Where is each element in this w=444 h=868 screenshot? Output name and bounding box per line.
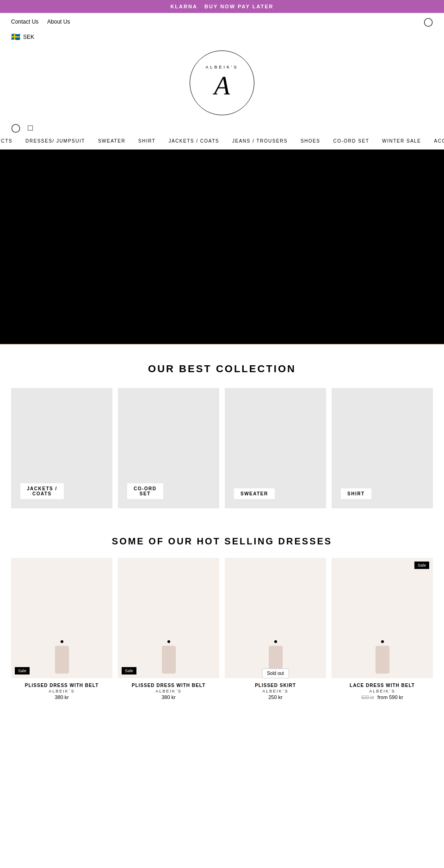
- klarna-label: KLARNA: [170, 4, 197, 9]
- product-image-3: Sold out: [225, 558, 326, 678]
- nav-dresses[interactable]: DRESSES/ JUMPSUIT: [25, 138, 85, 144]
- collection-card-jackets[interactable]: JACKETS /COATS: [11, 388, 112, 508]
- product-name-1: PLISSED DRESS WITH BELT: [11, 683, 112, 688]
- about-us-link[interactable]: About Us: [47, 19, 70, 25]
- product-image-1: Sale: [11, 558, 112, 678]
- product-name-2: PLISSED DRESS WITH BELT: [118, 683, 219, 688]
- product-name-3: PLISSED SKIRT: [225, 683, 326, 688]
- collection-grid: JACKETS /COATS CO-ORDSET SWEATER SHIRT: [0, 388, 444, 527]
- product-info-4: LACE DRESS WITH BELT ALBEIK´S 620 kr fro…: [332, 678, 433, 702]
- product-brand-4: ALBEIK´S: [332, 689, 433, 693]
- product-card-3[interactable]: Sold out PLISSED SKIRT ALBEIK´S 250 kr: [225, 558, 326, 702]
- sale-badge-4: Sale: [414, 562, 429, 569]
- product-name-4: LACE DRESS WITH BELT: [332, 683, 433, 688]
- collection-card-sweater[interactable]: SWEATER: [225, 388, 326, 508]
- logo-letter: A: [214, 71, 230, 100]
- instagram-icon[interactable]: ◯: [424, 17, 433, 27]
- product-grid: Sale PLISSED DRESS WITH BELT ALBEIK´S 38…: [0, 558, 444, 711]
- product-image-4: Sale: [332, 558, 433, 678]
- logo-area: ALBEIK'S A: [0, 43, 444, 119]
- nav-jeans[interactable]: JEANS / TROUSERS: [232, 138, 288, 144]
- main-nav: ALL PRODUCTS DRESSES/ JUMPSUIT SWEATER S…: [0, 135, 444, 150]
- best-collection-title: OUR BEST COLLECTION: [0, 344, 444, 388]
- sale-tag-2: Sale: [122, 667, 136, 674]
- product-price-old-4: 620 kr: [361, 695, 374, 700]
- account-icon[interactable]: ◯: [11, 123, 20, 133]
- nav-top: Contact Us About Us ◯: [0, 13, 444, 31]
- product-card-2[interactable]: Sale PLISSED DRESS WITH BELT ALBEIK´S 38…: [118, 558, 219, 702]
- top-banner: KLARNA BUY NOW PAY LATER: [0, 0, 444, 13]
- nav-all-products[interactable]: ALL PRODUCTS: [0, 138, 12, 144]
- nav-accessories[interactable]: ACCESSORIES: [434, 138, 444, 144]
- product-card-1[interactable]: Sale PLISSED DRESS WITH BELT ALBEIK´S 38…: [11, 558, 112, 702]
- hero-image: [0, 150, 444, 344]
- nav-top-right: ◯: [424, 17, 433, 27]
- icons-row: ◯ □: [0, 119, 444, 135]
- product-info-2: PLISSED DRESS WITH BELT ALBEIK´S 380 kr: [118, 678, 219, 702]
- product-info-1: PLISSED DRESS WITH BELT ALBEIK´S 380 kr: [11, 678, 112, 702]
- collection-card-coord[interactable]: CO-ORDSET: [118, 388, 219, 508]
- product-price-1: 380 kr: [11, 694, 112, 700]
- product-price-4: 620 kr from 590 kr: [332, 694, 433, 700]
- product-info-3: PLISSED SKIRT ALBEIK´S 250 kr: [225, 678, 326, 702]
- banner-text: BUY NOW PAY LATER: [204, 4, 274, 9]
- hot-selling-title: SOME OF OUR HOT SELLING DRESSES: [0, 527, 444, 558]
- product-brand-2: ALBEIK´S: [118, 689, 219, 693]
- nav-shoes[interactable]: SHOES: [301, 138, 321, 144]
- currency-row: 🇸🇪 SEK: [0, 31, 444, 43]
- nav-top-links: Contact Us About Us: [11, 19, 77, 25]
- product-price-3: 250 kr: [225, 694, 326, 700]
- product-thumb-2: [162, 646, 176, 674]
- logo-circle[interactable]: ALBEIK'S A: [190, 50, 254, 115]
- collection-label-sweater: SWEATER: [234, 488, 275, 499]
- nav-sweater[interactable]: SWEATER: [98, 138, 125, 144]
- product-thumb-1: [55, 646, 69, 674]
- currency-code: SEK: [23, 34, 34, 40]
- sold-out-badge-3: Sold out: [262, 668, 289, 678]
- product-card-4[interactable]: Sale LACE DRESS WITH BELT ALBEIK´S 620 k…: [332, 558, 433, 702]
- contact-us-link[interactable]: Contact Us: [11, 19, 38, 25]
- collection-label-coord: CO-ORDSET: [127, 483, 163, 499]
- product-price-2: 380 kr: [118, 694, 219, 700]
- collection-label-shirt: SHIRT: [341, 488, 371, 499]
- product-image-2: Sale: [118, 558, 219, 678]
- nav-shirt[interactable]: SHIRT: [138, 138, 155, 144]
- flag-icon: 🇸🇪: [11, 32, 20, 41]
- collection-card-shirt[interactable]: SHIRT: [332, 388, 433, 508]
- cart-icon[interactable]: □: [28, 123, 33, 133]
- product-brand-3: ALBEIK´S: [225, 689, 326, 693]
- nav-jackets[interactable]: JACKETS / COATS: [168, 138, 219, 144]
- nav-coord[interactable]: CO-ORD SET: [333, 138, 369, 144]
- nav-winter-sale[interactable]: WINTER SALE: [382, 138, 421, 144]
- product-thumb-4: [376, 646, 389, 674]
- sale-tag-1: Sale: [15, 667, 30, 674]
- logo-brand-name: ALBEIK'S: [205, 65, 238, 69]
- product-brand-1: ALBEIK´S: [11, 689, 112, 693]
- collection-label-jackets: JACKETS /COATS: [20, 483, 64, 499]
